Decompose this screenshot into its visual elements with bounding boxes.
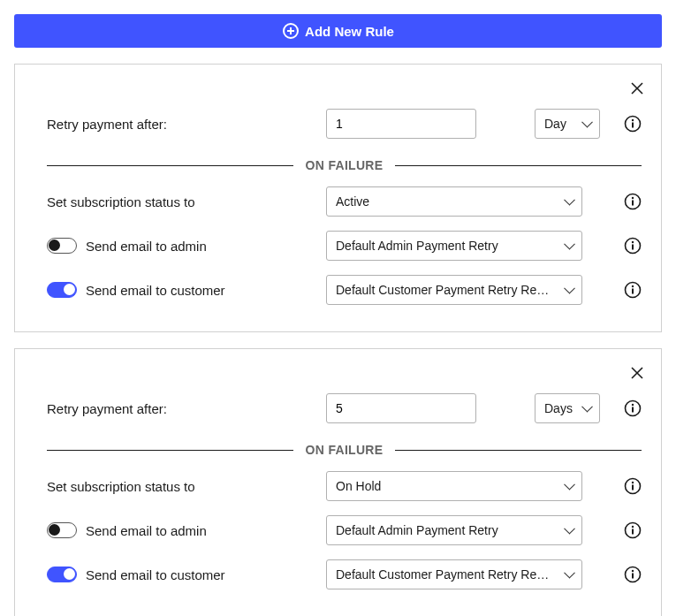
customer-email-toggle[interactable] [47,567,77,582]
retry-count-input[interactable] [326,109,476,139]
rule-card: Retry payment after: Day ON FAILURE Set … [14,64,662,332]
on-failure-heading: ON FAILURE [293,158,396,172]
svg-point-9 [632,197,634,199]
svg-point-26 [632,526,634,528]
info-icon[interactable] [624,281,642,299]
retry-count-input[interactable] [326,393,476,423]
divider-line [47,165,293,166]
plus-circle-icon [282,22,300,40]
info-icon[interactable] [624,399,642,417]
svg-rect-21 [632,407,634,413]
customer-email-template-select[interactable]: Default Customer Payment Retry Remin... [326,559,582,589]
close-rule-button[interactable] [626,361,649,384]
info-icon[interactable] [624,237,642,255]
close-rule-button[interactable] [626,77,649,100]
svg-point-29 [632,570,634,572]
add-new-rule-label: Add New Rule [305,24,394,39]
retry-unit-select[interactable]: Day [535,109,600,139]
admin-email-template-select[interactable]: Default Admin Payment Retry [326,515,582,545]
rule-card: Retry payment after: Days ON FAILURE Set… [14,348,662,616]
retry-payment-label: Retry payment after: [34,401,326,416]
svg-point-12 [632,241,634,243]
set-status-label: Set subscription status to [34,479,326,494]
info-icon[interactable] [624,477,642,495]
svg-rect-13 [632,245,634,250]
info-icon[interactable] [624,193,642,210]
admin-email-label: Send email to admin [86,523,207,538]
customer-email-label: Send email to customer [86,567,225,582]
admin-email-toggle[interactable] [47,238,77,254]
close-icon [629,80,645,96]
on-failure-heading: ON FAILURE [293,443,396,457]
info-icon[interactable] [624,521,642,539]
status-select[interactable]: Active [326,186,582,217]
info-icon[interactable] [624,566,642,583]
admin-email-label: Send email to admin [86,239,207,254]
divider-line [395,165,642,166]
divider-line [395,450,642,451]
admin-email-toggle[interactable] [47,522,77,538]
divider-line [47,450,293,451]
info-icon[interactable] [624,115,642,133]
svg-rect-24 [632,485,634,491]
customer-email-label: Send email to customer [86,283,225,298]
admin-email-template-select[interactable]: Default Admin Payment Retry [326,231,582,261]
svg-rect-10 [632,201,634,206]
svg-point-23 [632,482,634,483]
svg-rect-30 [632,574,634,579]
svg-point-6 [632,119,634,121]
svg-point-20 [632,404,634,406]
svg-point-15 [632,285,634,287]
status-select[interactable]: On Hold [326,471,582,501]
set-status-label: Set subscription status to [34,194,326,209]
retry-payment-label: Retry payment after: [34,117,326,132]
customer-email-template-select[interactable]: Default Customer Payment Retry Remin... [326,275,582,305]
svg-rect-16 [632,289,634,294]
close-icon [629,365,645,381]
customer-email-toggle[interactable] [47,282,77,298]
svg-rect-7 [632,123,634,128]
retry-unit-select[interactable]: Days [535,393,600,423]
svg-rect-27 [632,529,634,535]
add-new-rule-button[interactable]: Add New Rule [14,14,662,48]
